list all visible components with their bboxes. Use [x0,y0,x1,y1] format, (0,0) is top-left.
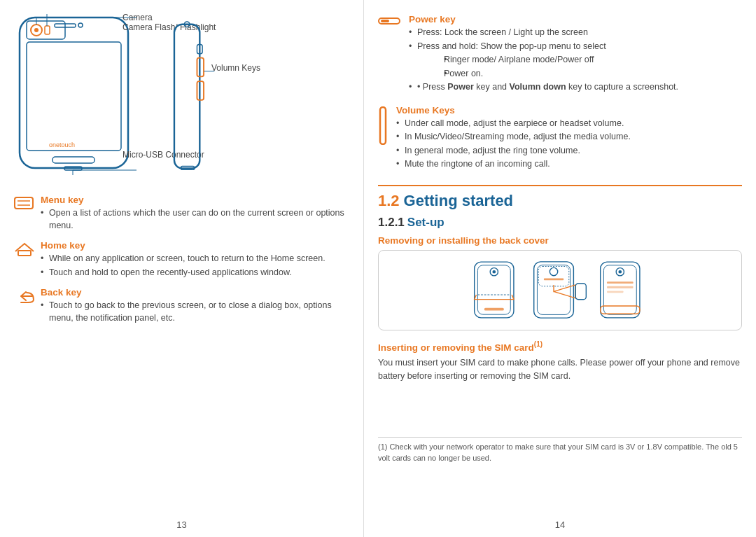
back-key-icon [14,288,34,306]
left-page-number: 13 [14,514,349,530]
svg-rect-17 [174,25,200,169]
svg-point-34 [492,270,496,274]
home-key-content: Home key While on any application or scr… [41,240,349,280]
svg-rect-27 [18,251,31,256]
footnote: (1) Check with your network operator to … [378,437,742,463]
power-key-icon [378,17,400,27]
back-cover-img-3 [597,258,650,321]
volume-bullet-4: Mute the ringtone of an incoming call. [396,158,742,171]
right-page-number: 14 [378,514,742,530]
svg-rect-5 [45,26,50,34]
svg-rect-39 [538,266,568,286]
footnote-num: (1) [378,442,387,451]
phone-side-svg [161,21,217,175]
svg-rect-49 [607,291,623,293]
menu-key-icon [14,196,34,212]
menu-key-title: Menu key [41,195,349,205]
menu-key-content: Menu key Open a list of actions which th… [41,195,349,233]
sim-card-body: You must insert your SIM card to make ph… [378,356,742,383]
setup-title: Set-up [407,216,444,229]
volume-keys-label: Volumn Keys [211,63,260,73]
power-bullet-2: Press and hold: Show the pop-up menu to … [409,41,742,53]
menu-key-bullet-1: Open a list of actions which the user ca… [41,207,349,232]
svg-point-46 [618,270,622,274]
key-sections: Menu key Open a list of actions which th… [14,195,349,514]
sim-card-heading: Inserting or removing the SIM card(1) [378,340,742,353]
home-key-bullet-2: Touch and hold to open the recently-used… [41,267,349,279]
svg-rect-50 [600,306,639,314]
back-key-bullet-1: Touch to go back to the previous screen,… [41,300,349,324]
svg-rect-30 [380,107,386,144]
left-page: onetouch Camera Camera Flash/ Flashlight… [0,0,364,537]
home-key-bullet-1: While on any application or screen, touc… [41,253,349,265]
menu-key-item: Menu key Open a list of actions which th… [14,195,349,233]
footnote-text: Check with your network operator to make… [378,442,738,461]
phone-diagram: onetouch Camera Camera Flash/ Flashlight… [14,14,349,182]
power-key-content: Power key Press: Lock the screen / Light… [409,14,742,95]
svg-point-4 [34,28,38,32]
volume-keys-section: Volume Keys Under call mode, adjust the … [378,105,742,172]
back-key-title: Back key [41,287,349,298]
home-key-item: Home key While on any application or scr… [14,240,349,280]
volume-bullet-3: In general mode, adjust the ring tone vo… [396,145,742,158]
getting-started-title: Getting started [404,192,513,209]
home-key-icon [14,242,34,259]
power-key-section: Power key Press: Lock the screen / Light… [378,14,742,95]
camera-label: Camera [122,13,153,22]
volume-bullet-1: Under call mode, adjust the earpiece or … [396,118,742,130]
back-key-item: Back key Touch to go back to the previou… [14,287,349,326]
svg-rect-42 [575,284,586,300]
svg-point-40 [550,267,557,275]
power-bullet-1: Press: Lock the screen / Light up the sc… [409,27,742,39]
sim-card-section: Inserting or removing the SIM card(1) Yo… [378,340,742,387]
svg-text:onetouch: onetouch [49,141,75,148]
phone-front-view: onetouch Camera Camera Flash/ Flashlight… [14,14,161,175]
power-bullet-2b: Ringer mode/ Airplane mode/Power off [444,54,742,67]
svg-rect-47 [607,281,634,284]
setup-number: 1.2.1 [378,216,405,229]
svg-rect-1 [27,42,121,151]
volume-key-icon [378,106,388,147]
phone-side-view: Volumn Keys [161,21,217,177]
back-cover-heading: Removing or installing the back cover [378,235,742,246]
volume-key-bullets: Under call mode, adjust the earpiece or … [396,118,742,171]
power-key-title: Power key [409,14,742,25]
menu-key-bullets: Open a list of actions which the user ca… [41,207,349,232]
volume-bullet-2: In Music/Video/Streaming mode, adjust th… [396,131,742,144]
power-key-bullets: Press: Lock the screen / Light up the sc… [409,27,742,94]
svg-rect-24 [15,197,33,209]
svg-rect-48 [607,286,634,288]
svg-point-7 [78,23,83,27]
back-cover-img-2 [531,258,590,321]
svg-rect-41 [543,278,563,280]
back-key-content: Back key Touch to go back to the previou… [41,287,349,326]
back-key-bullets: Touch to go back to the previous screen,… [41,300,349,324]
setup-heading: 1.2.1Set-up [378,216,742,230]
volume-keys-title: Volume Keys [396,105,742,116]
svg-rect-35 [484,308,503,311]
svg-rect-29 [381,20,389,22]
volume-key-content: Volume Keys Under call mode, adjust the … [396,105,742,172]
sim-superscript: (1) [534,340,542,348]
power-bullet-2c: Power on. [444,68,742,81]
svg-rect-8 [52,157,94,163]
home-key-bullets: While on any application or screen, touc… [41,253,349,279]
getting-started-heading: 1.2Getting started [378,185,742,210]
power-bullet-3: • Press Power key and Volumn down key to… [409,81,742,94]
right-page: Power key Press: Lock the screen / Light… [364,0,756,537]
home-key-title: Home key [41,240,349,251]
getting-started-number: 1.2 [378,192,400,209]
back-cover-img-1 [471,258,524,321]
back-cover-images [378,250,742,330]
